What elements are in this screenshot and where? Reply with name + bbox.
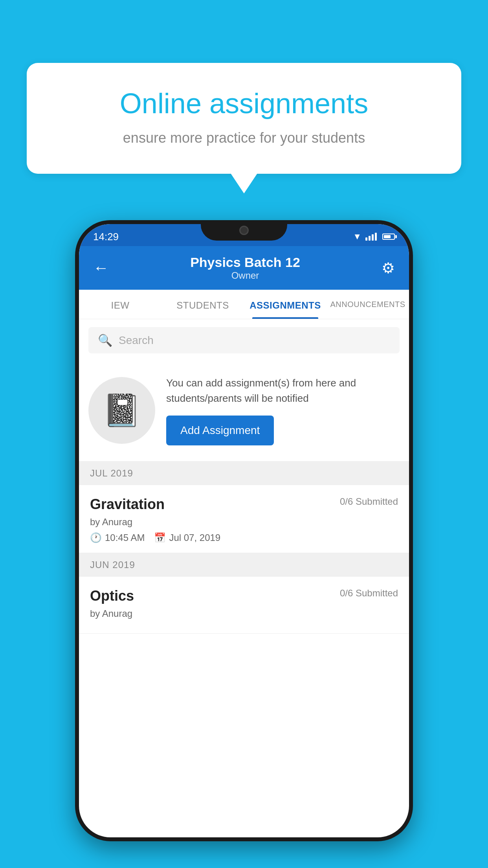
search-bar[interactable]: 🔍 Search <box>88 327 400 353</box>
date-value: Jul 07, 2019 <box>169 532 220 543</box>
tab-bar: IEW STUDENTS ASSIGNMENTS ANNOUNCEMENTS <box>79 290 409 319</box>
phone-screen: 14:29 ▼ <box>79 224 409 837</box>
status-time: 14:29 <box>93 231 119 243</box>
bubble-title: Online assignments <box>50 86 438 120</box>
assignment-status-optics: 0/6 Submitted <box>340 588 398 599</box>
assignment-time: 🕐 10:45 AM <box>90 532 145 543</box>
header-title-block: Physics Batch 12 Owner <box>190 255 300 281</box>
search-container: 🔍 Search <box>79 319 409 361</box>
assignment-item-optics[interactable]: Optics 0/6 Submitted by Anurag <box>79 577 409 634</box>
speech-bubble: Online assignments ensure more practice … <box>27 63 461 174</box>
assignment-top: Gravitation 0/6 Submitted <box>90 496 398 513</box>
search-icon: 🔍 <box>98 333 112 347</box>
assignment-meta: 🕐 10:45 AM 📅 Jul 07, 2019 <box>90 532 398 543</box>
batch-role: Owner <box>190 270 300 281</box>
search-placeholder: Search <box>119 334 154 347</box>
assignment-by-optics: by Anurag <box>90 608 398 619</box>
time-value: 10:45 AM <box>105 532 145 543</box>
section-header-jun: JUN 2019 <box>79 553 409 577</box>
assignment-icon-circle: 📓 <box>88 377 155 444</box>
batch-title: Physics Batch 12 <box>190 255 300 270</box>
calendar-icon: 📅 <box>154 532 166 543</box>
add-assignment-button[interactable]: Add Assignment <box>166 416 274 445</box>
tab-students[interactable]: STUDENTS <box>161 290 244 319</box>
battery-icon <box>382 234 395 240</box>
bubble-subtitle: ensure more practice for your students <box>50 130 438 146</box>
info-text-block: You can add assignment(s) from here and … <box>166 375 400 445</box>
tab-overview[interactable]: IEW <box>79 290 161 319</box>
assignment-item-gravitation[interactable]: Gravitation 0/6 Submitted by Anurag 🕐 10… <box>79 485 409 553</box>
phone-mockup: 14:29 ▼ <box>75 220 413 841</box>
settings-icon[interactable]: ⚙ <box>382 259 395 277</box>
assignment-by: by Anurag <box>90 517 398 528</box>
notebook-icon: 📓 <box>102 392 141 429</box>
clock-icon: 🕐 <box>90 532 102 543</box>
signal-icon <box>365 233 377 241</box>
phone-camera <box>239 226 249 235</box>
phone-notch <box>201 220 287 241</box>
assignment-date: 📅 Jul 07, 2019 <box>154 532 220 543</box>
assignment-name: Gravitation <box>90 496 165 513</box>
phone-body: 14:29 ▼ <box>75 220 413 841</box>
info-section: 📓 You can add assignment(s) from here an… <box>79 361 409 462</box>
speech-bubble-container: Online assignments ensure more practice … <box>27 63 461 174</box>
status-icons: ▼ <box>353 232 395 242</box>
app-header: ← Physics Batch 12 Owner ⚙ <box>79 246 409 290</box>
wifi-icon: ▼ <box>353 232 361 242</box>
assignment-name-optics: Optics <box>90 588 134 604</box>
assignment-top-optics: Optics 0/6 Submitted <box>90 588 398 604</box>
tab-announcements[interactable]: ANNOUNCEMENTS <box>327 290 409 319</box>
assignment-status: 0/6 Submitted <box>340 496 398 507</box>
info-description: You can add assignment(s) from here and … <box>166 375 400 406</box>
back-button[interactable]: ← <box>93 259 109 277</box>
tab-assignments[interactable]: ASSIGNMENTS <box>244 290 327 319</box>
section-header-jul: JUL 2019 <box>79 462 409 485</box>
